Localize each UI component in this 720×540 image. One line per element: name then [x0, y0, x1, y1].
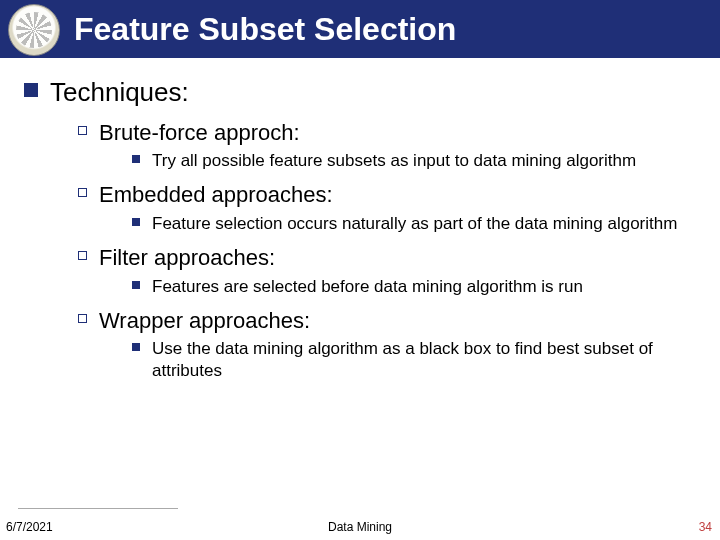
square-bullet-icon [132, 281, 140, 289]
square-bullet-icon [132, 218, 140, 226]
list-item-detail: Use the data mining algorithm as a black… [132, 338, 696, 381]
list-item: Brute-force approch: [78, 119, 696, 147]
square-bullet-icon [132, 343, 140, 351]
list-item-detail: Features are selected before data mining… [132, 276, 696, 297]
divider [18, 508, 178, 509]
hollow-square-bullet-icon [78, 251, 87, 260]
slide-header: Feature Subset Selection [0, 0, 720, 58]
square-bullet-icon [24, 83, 38, 97]
square-bullet-icon [132, 155, 140, 163]
page-number: 34 [699, 520, 712, 534]
slide-title: Feature Subset Selection [74, 11, 456, 48]
slide: Feature Subset Selection Techniques: Bru… [0, 0, 720, 540]
item-detail-text: Try all possible feature subsets as inpu… [152, 150, 636, 171]
list-item-detail: Feature selection occurs naturally as pa… [132, 213, 696, 234]
university-seal-icon [8, 4, 60, 56]
hollow-square-bullet-icon [78, 126, 87, 135]
item-detail-text: Feature selection occurs naturally as pa… [152, 213, 677, 234]
list-item: Filter approaches: [78, 244, 696, 272]
heading-row: Techniques: [24, 76, 696, 109]
hollow-square-bullet-icon [78, 314, 87, 323]
footer-title: Data Mining [328, 520, 392, 534]
item-title: Brute-force approch: [99, 119, 300, 147]
list-item: Embedded approaches: [78, 181, 696, 209]
item-title: Filter approaches: [99, 244, 275, 272]
slide-footer: 6/7/2021 Data Mining 34 [0, 508, 720, 540]
item-title: Embedded approaches: [99, 181, 333, 209]
list-item: Wrapper approaches: [78, 307, 696, 335]
item-detail-text: Use the data mining algorithm as a black… [152, 338, 692, 381]
list-item-detail: Try all possible feature subsets as inpu… [132, 150, 696, 171]
heading-text: Techniques: [50, 76, 189, 109]
slide-body: Techniques: Brute-force approch: Try all… [0, 58, 720, 508]
footer-date: 6/7/2021 [6, 520, 53, 534]
item-title: Wrapper approaches: [99, 307, 310, 335]
item-detail-text: Features are selected before data mining… [152, 276, 583, 297]
hollow-square-bullet-icon [78, 188, 87, 197]
